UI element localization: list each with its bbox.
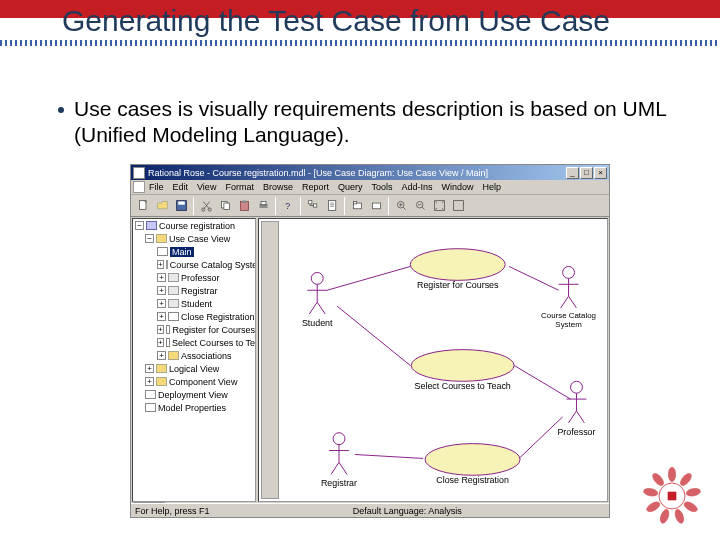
depend-tool-icon[interactable] (263, 343, 277, 357)
mdi-sys-icon[interactable] (133, 181, 145, 193)
open-icon[interactable] (153, 197, 171, 215)
app-icon (133, 167, 145, 179)
collapse-icon[interactable]: − (135, 221, 144, 230)
save-icon[interactable] (172, 197, 190, 215)
minimize-button[interactable]: _ (566, 167, 579, 179)
menu-query[interactable]: Query (338, 182, 363, 192)
menu-help[interactable]: Help (483, 182, 502, 192)
usecase-select-label: Select Courses to Teach (415, 381, 511, 391)
tree-view-icon[interactable] (304, 197, 322, 215)
tree-component-view[interactable]: +Component View (133, 375, 255, 388)
close-button[interactable]: × (594, 167, 607, 179)
tree-logical-view[interactable]: +Logical View (133, 362, 255, 375)
tree-item[interactable]: +Select Courses to Te (133, 336, 255, 349)
collapse-icon[interactable]: − (145, 234, 154, 243)
menu-format[interactable]: Format (225, 182, 254, 192)
print-icon[interactable] (254, 197, 272, 215)
cut-icon[interactable] (197, 197, 215, 215)
svg-point-29 (411, 350, 514, 382)
select-tool-icon[interactable] (263, 223, 277, 237)
expand-icon[interactable]: + (157, 299, 166, 308)
expand-icon[interactable]: + (145, 364, 154, 373)
note-tool-icon[interactable] (263, 253, 277, 267)
tree-model-properties[interactable]: Model Properties (133, 401, 255, 414)
usecase-tool-icon[interactable] (263, 298, 277, 312)
fit-window-icon[interactable] (430, 197, 448, 215)
svg-line-22 (327, 266, 410, 290)
svg-line-40 (569, 296, 577, 308)
anchor-tool-icon[interactable] (263, 268, 277, 282)
menu-addins[interactable]: Add-Ins (401, 182, 432, 192)
zoom-out-icon[interactable] (411, 197, 429, 215)
doc-view-icon[interactable] (323, 197, 341, 215)
diagram-canvas[interactable]: Register for Courses Select Courses to T… (259, 219, 607, 501)
browse-back-icon[interactable] (367, 197, 385, 215)
menu-report[interactable]: Report (302, 182, 329, 192)
tree-item[interactable]: +Professor (133, 271, 255, 284)
actor-registrar[interactable]: Registrar (321, 433, 357, 488)
help-icon[interactable]: ? (279, 197, 297, 215)
slide-bullet: Use cases is visually requirements descr… (58, 96, 690, 149)
actor-course-catalog[interactable]: Course Catalog System (541, 266, 596, 328)
menu-tools[interactable]: Tools (371, 182, 392, 192)
expand-icon[interactable]: + (157, 325, 164, 334)
use-case-diagram[interactable]: Register for Courses Select Courses to T… (258, 218, 608, 502)
tree-item[interactable]: +Student (133, 297, 255, 310)
menu-file[interactable]: File (149, 182, 164, 192)
actor-icon (168, 299, 179, 308)
assoc-tool-icon[interactable] (263, 328, 277, 342)
expand-icon[interactable]: + (157, 338, 164, 347)
copy-icon[interactable] (216, 197, 234, 215)
usecase-icon (166, 338, 170, 347)
window-title: Rational Rose - Course registration.mdl … (148, 168, 565, 178)
svg-rect-2 (178, 201, 185, 204)
rational-rose-window: Rational Rose - Course registration.mdl … (130, 164, 610, 518)
expand-icon[interactable]: + (157, 312, 166, 321)
svg-line-39 (561, 296, 569, 308)
expand-icon[interactable]: + (157, 351, 166, 360)
browse-parent-icon[interactable] (348, 197, 366, 215)
actor-icon (166, 260, 168, 269)
tree-item[interactable]: +Registrar (133, 284, 255, 297)
tree-item[interactable]: +Course Catalog Syste (133, 258, 255, 271)
menu-view[interactable]: View (197, 182, 216, 192)
svg-point-36 (563, 266, 575, 278)
menu-window[interactable]: Window (442, 182, 474, 192)
undo-fit-icon[interactable] (449, 197, 467, 215)
svg-rect-10 (261, 201, 266, 204)
tree-item[interactable]: +Register for Courses (133, 323, 255, 336)
maximize-button[interactable]: □ (580, 167, 593, 179)
svg-line-24 (337, 306, 410, 365)
usecase-register-label: Register for Courses (417, 280, 499, 290)
toolbar-sep-icon (300, 197, 301, 215)
expand-icon[interactable]: + (145, 377, 154, 386)
tree-usecase-view[interactable]: − Use Case View (133, 232, 255, 245)
new-icon[interactable] (134, 197, 152, 215)
actor-student[interactable]: Student (302, 272, 333, 327)
package-tool-icon[interactable] (263, 283, 277, 297)
expand-icon[interactable]: + (157, 260, 164, 269)
menu-browse[interactable]: Browse (263, 182, 293, 192)
svg-line-27 (519, 417, 563, 459)
tree-deployment-view[interactable]: Deployment View (133, 388, 255, 401)
zoom-in-icon[interactable] (392, 197, 410, 215)
svg-point-30 (425, 444, 520, 476)
package-icon (156, 377, 167, 386)
expand-icon[interactable]: + (157, 286, 166, 295)
expand-icon[interactable]: + (157, 273, 166, 282)
menu-edit[interactable]: Edit (173, 182, 189, 192)
tree-associations[interactable]: +Associations (133, 349, 255, 362)
tree-main-diagram[interactable]: Main (133, 245, 255, 258)
actor-professor[interactable]: Professor (557, 381, 595, 436)
text-tool-icon[interactable] (263, 238, 277, 252)
tree-root[interactable]: − Course registration (133, 219, 255, 232)
svg-point-41 (571, 381, 583, 393)
titlebar: Rational Rose - Course registration.mdl … (131, 165, 609, 180)
actor-tool-icon[interactable] (263, 313, 277, 327)
general-tool-icon[interactable] (263, 358, 277, 372)
tree-item[interactable]: +Close Registration (133, 310, 255, 323)
model-icon (146, 221, 157, 230)
menubar: File Edit View Format Browse Report Quer… (131, 180, 609, 195)
browser-tree: − Course registration − Use Case View Ma… (132, 218, 256, 502)
paste-icon[interactable] (235, 197, 253, 215)
